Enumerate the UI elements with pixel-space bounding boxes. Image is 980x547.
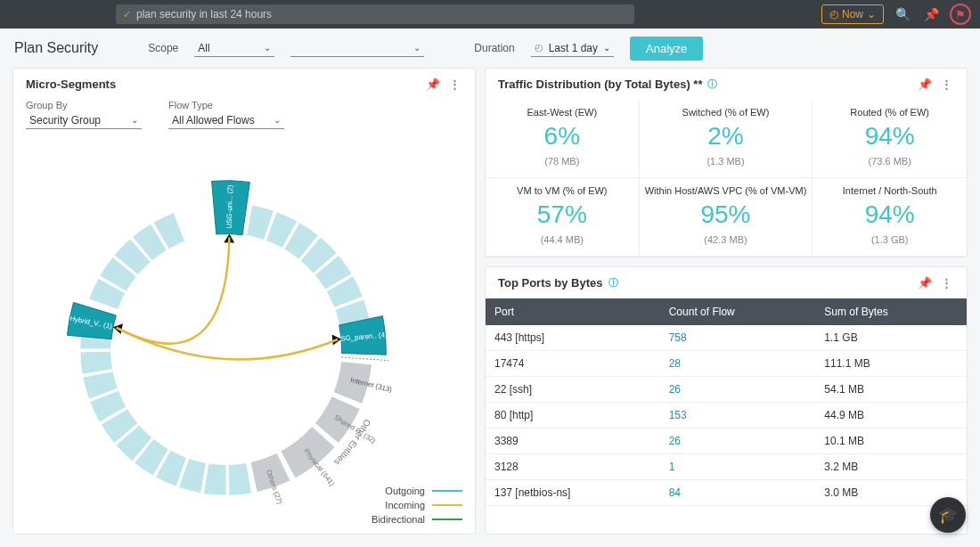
content-area: Micro-Segments 📌 ⋮ Group By ⌄ Flow Type … xyxy=(0,68,980,547)
ports-table: PortCount of FlowSum of Bytes 443 [https… xyxy=(486,298,967,506)
traffic-cell-label: Internet / North-South xyxy=(818,185,961,196)
count-cell[interactable]: 84 xyxy=(660,479,816,505)
chart-legend: Outgoing Incoming Bidirectional xyxy=(372,484,462,527)
pin-icon[interactable]: 📌 xyxy=(921,4,941,24)
now-label: Now xyxy=(842,8,863,20)
chevron-down-icon: ⌄ xyxy=(603,43,610,53)
chord-chart[interactable]: Internet (313)Shared P.. (32)Physical (6… xyxy=(13,129,475,534)
table-row[interactable]: 137 [netbios-ns] 84 3.0 MB xyxy=(486,479,967,505)
traffic-cell-sub: (78 MB) xyxy=(491,156,633,167)
duration-label: Duration xyxy=(474,42,514,54)
traffic-cell-value: 2% xyxy=(645,123,807,151)
port-cell: 3389 xyxy=(486,428,660,453)
search-text: plan security in last 24 hours xyxy=(136,8,272,20)
flowtype-select[interactable]: ⌄ xyxy=(168,112,284,129)
groupby-select[interactable]: ⌄ xyxy=(26,112,142,129)
panel-traffic-distribution: Traffic Distribution (by Total Bytes) **… xyxy=(485,68,968,257)
traffic-cell: East-West (EW) 6% (78 MB) xyxy=(486,100,640,178)
traffic-cell-label: Switched (% of EW) xyxy=(645,107,807,118)
bytes-cell: 44.9 MB xyxy=(815,402,967,428)
count-cell[interactable]: 758 xyxy=(660,325,816,351)
traffic-cell-sub: (73.6 MB) xyxy=(818,156,961,167)
more-icon[interactable]: ⋮ xyxy=(938,276,954,290)
port-cell: 17474 xyxy=(486,350,660,376)
bytes-cell: 54.1 MB xyxy=(815,376,967,402)
pin-icon[interactable]: 📌 xyxy=(917,78,933,91)
table-header[interactable]: Port xyxy=(486,298,660,325)
top-bar: ✓ plan security in last 24 hours ◴ Now ⌄… xyxy=(0,0,980,29)
traffic-cell: Switched (% of EW) 2% (1.3 MB) xyxy=(640,100,813,178)
traffic-cell-label: East-West (EW) xyxy=(491,107,633,118)
flag-icon[interactable]: ⚑ xyxy=(950,4,971,25)
count-cell[interactable]: 28 xyxy=(660,350,816,376)
check-icon: ✓ xyxy=(123,9,131,20)
traffic-cell-value: 94% xyxy=(818,123,961,151)
bytes-cell: 1.1 GB xyxy=(815,325,967,351)
traffic-cell-sub: (42.3 MB) xyxy=(645,234,807,245)
clock-icon: ◴ xyxy=(535,42,543,53)
table-row[interactable]: 3128 1 3.2 MB xyxy=(486,453,967,479)
groupby-label: Group By xyxy=(26,100,142,110)
traffic-cell-value: 57% xyxy=(491,201,633,229)
pin-icon[interactable]: 📌 xyxy=(917,276,933,290)
legend-bidirectional: Bidirectional xyxy=(372,514,425,525)
table-row[interactable]: 80 [http] 153 44.9 MB xyxy=(486,402,967,428)
port-cell: 3128 xyxy=(486,453,660,479)
bytes-cell: 3.2 MB xyxy=(815,453,967,479)
traffic-cell-sub: (1.3 GB) xyxy=(818,234,961,245)
table-row[interactable]: 22 [ssh] 26 54.1 MB xyxy=(486,376,967,402)
more-icon[interactable]: ⋮ xyxy=(938,78,954,91)
table-row[interactable]: 443 [https] 758 1.1 GB xyxy=(486,325,967,351)
graduation-cap-icon: 🎓 xyxy=(938,505,958,525)
flowtype-label: Flow Type xyxy=(168,100,284,110)
table-header[interactable]: Count of Flow xyxy=(660,298,816,325)
info-icon[interactable]: ⓘ xyxy=(707,78,717,91)
pin-icon[interactable]: 📌 xyxy=(425,78,441,91)
search-icon[interactable]: 🔍 xyxy=(893,4,912,24)
panel-title: Traffic Distribution (by Total Bytes) ** xyxy=(498,78,702,91)
page-header: Plan Security Scope ⌄ ⌄ Duration ◴ Last … xyxy=(0,29,980,68)
port-cell: 443 [https] xyxy=(486,325,660,351)
traffic-cell-label: Within Host/AWS VPC (% of VM-VM) xyxy=(645,185,807,196)
duration-value: Last 1 day xyxy=(549,42,598,54)
count-cell[interactable]: 26 xyxy=(660,428,816,453)
scope-label: Scope xyxy=(148,42,178,54)
bytes-cell: 10.1 MB xyxy=(815,428,967,453)
legend-incoming: Incoming xyxy=(385,500,425,510)
info-icon[interactable]: ⓘ xyxy=(608,276,618,290)
port-cell: 22 [ssh] xyxy=(486,376,660,402)
scope-select[interactable]: ⌄ xyxy=(194,40,274,57)
table-row[interactable]: 3389 26 10.1 MB xyxy=(486,428,967,453)
scope-secondary-select[interactable]: ⌄ xyxy=(290,40,424,57)
traffic-cell: Internet / North-South 94% (1.3 GB) xyxy=(813,178,967,257)
chord-svg: Internet (313)Shared P.. (32)Physical (6… xyxy=(13,129,475,534)
flowtype-control: Flow Type ⌄ xyxy=(168,100,284,129)
panel-title: Micro-Segments xyxy=(26,78,116,91)
scope-value[interactable] xyxy=(194,40,274,57)
traffic-grid: East-West (EW) 6% (78 MB)Switched (% of … xyxy=(486,100,967,257)
groupby-control: Group By ⌄ xyxy=(26,100,142,129)
legend-outgoing: Outgoing xyxy=(385,486,425,496)
traffic-cell-value: 95% xyxy=(645,201,807,229)
clock-icon: ◴ xyxy=(829,8,838,20)
analyze-button[interactable]: Analyze xyxy=(630,37,703,61)
time-now-pill[interactable]: ◴ Now ⌄ xyxy=(821,4,884,24)
panel-title: Top Ports by Bytes xyxy=(498,276,603,290)
traffic-cell-value: 94% xyxy=(818,201,961,229)
count-cell[interactable]: 153 xyxy=(660,402,816,428)
panel-top-ports: Top Ports by Bytes ⓘ 📌 ⋮ PortCount of Fl… xyxy=(485,266,968,535)
count-cell[interactable]: 1 xyxy=(660,453,816,479)
svg-line-5 xyxy=(341,357,388,361)
more-icon[interactable]: ⋮ xyxy=(446,78,462,91)
table-row[interactable]: 17474 28 111.1 MB xyxy=(486,350,967,376)
help-fab[interactable]: 🎓 xyxy=(930,497,966,533)
port-cell: 137 [netbios-ns] xyxy=(486,479,660,505)
count-cell[interactable]: 26 xyxy=(660,376,816,402)
panel-micro-segments: Micro-Segments 📌 ⋮ Group By ⌄ Flow Type … xyxy=(12,68,476,535)
page-title: Plan Security xyxy=(14,40,98,56)
global-search[interactable]: ✓ plan security in last 24 hours xyxy=(116,4,634,24)
svg-text:USG-uni... (2): USG-uni... (2) xyxy=(225,184,234,229)
traffic-cell: Within Host/AWS VPC (% of VM-VM) 95% (42… xyxy=(640,178,813,257)
duration-select[interactable]: ◴ Last 1 day ⌄ xyxy=(531,40,614,57)
table-header[interactable]: Sum of Bytes xyxy=(815,298,967,325)
